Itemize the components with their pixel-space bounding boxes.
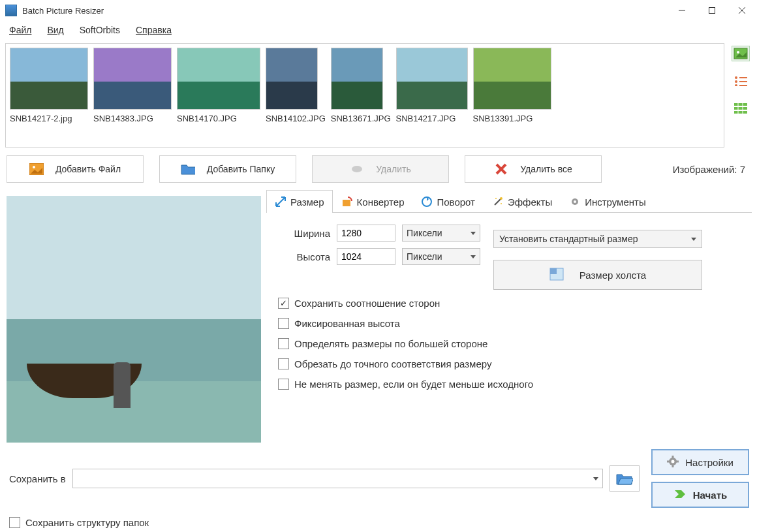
thumbnail-image: [177, 48, 260, 110]
preview-pane: [7, 188, 261, 443]
svg-rect-13: [734, 107, 747, 110]
tab-effects[interactable]: Эффекты: [484, 190, 561, 213]
start-button[interactable]: Начать: [651, 482, 749, 508]
delete-label: Удалить: [376, 164, 410, 174]
crop-exact-checkbox[interactable]: Обрезать до точного соответствия размеру: [278, 358, 747, 369]
width-input[interactable]: [337, 225, 395, 242]
convert-icon: [341, 196, 353, 208]
svg-point-25: [500, 197, 502, 200]
svg-line-24: [495, 198, 501, 205]
svg-point-18: [33, 166, 35, 168]
fixed-height-checkbox[interactable]: Фиксированная высота: [278, 318, 747, 329]
rotate-icon: [421, 196, 433, 208]
svg-point-6: [735, 76, 737, 79]
gear-icon: [569, 196, 581, 208]
thumbnail-caption: SNB14383.JPG: [93, 114, 153, 123]
save-path-select[interactable]: [72, 469, 603, 488]
menu-file[interactable]: Файл: [5, 23, 35, 37]
thumbnail-image: [331, 48, 383, 110]
add-file-button[interactable]: Добавить Файл: [7, 155, 144, 183]
keep-structure-checkbox[interactable]: Сохранить структуру папок: [9, 517, 749, 528]
delete-all-button[interactable]: Удалить все: [465, 155, 602, 183]
thumbnail-item[interactable]: SNB13391.JPG: [473, 48, 551, 123]
svg-rect-11: [739, 85, 747, 86]
canvas-size-button[interactable]: Размер холста: [493, 260, 702, 290]
canvas-icon: [549, 268, 564, 283]
tab-convert[interactable]: Конвертер: [333, 190, 413, 213]
svg-rect-7: [739, 77, 747, 78]
svg-point-27: [501, 203, 502, 204]
thumbnail-item[interactable]: SNB14217.JPG: [396, 48, 468, 123]
preview-image: [7, 196, 261, 443]
folder-icon: [181, 163, 195, 175]
menu-softorbits[interactable]: SoftOrbits: [76, 23, 124, 37]
tab-rotate[interactable]: Поворот: [412, 190, 484, 213]
svg-point-29: [574, 200, 576, 203]
browse-folder-button[interactable]: [610, 465, 640, 492]
tabbar: Размер Конвертер Поворот Эффекты Инструм…: [266, 188, 752, 213]
thumbnail-caption: SNB14102.JPG: [266, 114, 326, 123]
svg-rect-9: [739, 81, 747, 82]
svg-rect-22: [343, 200, 350, 206]
height-input[interactable]: [337, 248, 395, 265]
minimize-button[interactable]: [667, 0, 697, 21]
close-button[interactable]: [727, 0, 757, 21]
thumbnail-caption: SNB14217.JPG: [396, 114, 456, 123]
thumbnail-strip[interactable]: SNB14217-2.jpgSNB14383.JPGSNB14170.JPGSN…: [5, 43, 724, 148]
thumbnail-image: [473, 48, 551, 110]
add-folder-button[interactable]: Добавить Папку: [159, 155, 296, 183]
delete-button[interactable]: Удалить: [312, 155, 449, 183]
titlebar: Batch Picture Resizer: [0, 0, 757, 21]
menubar: Файл Вид SoftOrbits Справка: [0, 21, 757, 39]
menu-help[interactable]: Справка: [132, 23, 176, 37]
resize-icon: [275, 196, 286, 208]
tab-size[interactable]: Размер: [266, 190, 333, 213]
thumbnail-item[interactable]: SNB14102.JPG: [266, 48, 326, 123]
no-enlarge-checkbox[interactable]: Не менять размер, если он будет меньше и…: [278, 379, 747, 390]
height-unit-select[interactable]: Пиксели: [402, 248, 480, 265]
chevron-down-icon: [471, 255, 476, 258]
preset-size-select[interactable]: Установить стандартный размер: [493, 230, 702, 248]
menu-view[interactable]: Вид: [43, 23, 67, 37]
chevron-down-icon: [691, 238, 696, 241]
tab-body-size: Ширина Пиксели Высота Пиксели Установить…: [266, 213, 752, 404]
by-larger-side-checkbox[interactable]: Определять размеры по большей стороне: [278, 338, 747, 349]
settings-button[interactable]: Настройки: [651, 449, 749, 475]
tab-tools[interactable]: Инструменты: [561, 190, 655, 213]
gear-icon: [667, 456, 679, 469]
chevron-down-icon: [593, 477, 598, 480]
thumbnail-image: [10, 48, 88, 110]
view-thumbnails-button[interactable]: [732, 46, 750, 61]
thumbnail-item[interactable]: SNB13671.JPG: [331, 48, 391, 123]
svg-point-26: [495, 198, 497, 199]
svg-rect-12: [734, 103, 747, 106]
app-title: Batch Picture Resizer: [22, 6, 667, 16]
svg-point-5: [737, 51, 739, 54]
height-label: Высота: [278, 251, 330, 262]
view-list-button[interactable]: [732, 73, 750, 89]
width-label: Ширина: [278, 228, 330, 239]
thumbnail-item[interactable]: SNB14217-2.jpg: [10, 48, 88, 123]
svg-rect-31: [550, 268, 557, 274]
add-folder-label: Добавить Папку: [207, 164, 275, 174]
save-to-label: Сохранить в: [9, 473, 66, 484]
view-details-button[interactable]: [732, 101, 750, 116]
image-icon: [29, 163, 44, 175]
thumbnail-caption: SNB13671.JPG: [331, 114, 391, 123]
thumbnail-item[interactable]: SNB14383.JPG: [93, 48, 172, 123]
maximize-button[interactable]: [697, 0, 727, 21]
image-count: Изображений: 7: [673, 164, 752, 175]
thumbnail-item[interactable]: SNB14170.JPG: [177, 48, 260, 123]
thumbnail-image: [266, 48, 318, 110]
folder-open-icon: [616, 472, 633, 485]
add-file-label: Добавить Файл: [55, 164, 121, 174]
svg-point-33: [672, 460, 675, 463]
svg-point-19: [352, 166, 362, 172]
delete-all-label: Удалить все: [520, 164, 572, 174]
chevron-down-icon: [471, 232, 476, 235]
eraser-icon: [350, 163, 364, 175]
wand-icon: [492, 196, 504, 208]
play-icon: [673, 489, 687, 501]
keep-ratio-checkbox[interactable]: Сохранить соотношение сторон: [278, 298, 747, 309]
width-unit-select[interactable]: Пиксели: [402, 225, 480, 242]
